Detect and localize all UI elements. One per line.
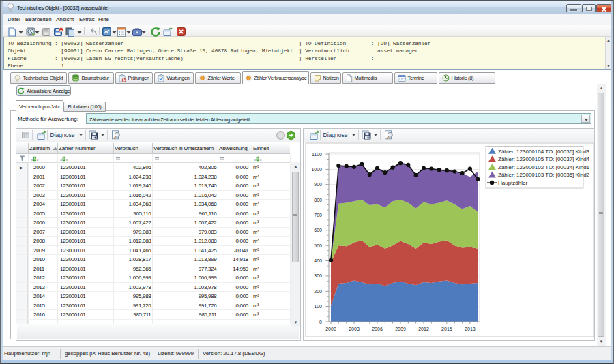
svg-text:Zähler: 123000103 TO: [00035]: Zähler: 123000103 TO: [00035] Kind2 [498,172,590,178]
svg-text:1000: 1000 [311,167,322,172]
svg-text:600: 600 [314,228,322,232]
svg-text:b: b [63,157,65,161]
svg-text:a: a [60,157,63,161]
svg-text:Zähler: 123000105 TO: [00037]: Zähler: 123000105 TO: [00037] Kind4 [498,156,590,162]
svg-text:a: a [254,157,257,161]
svg-text:500: 500 [314,243,322,248]
svg-text:Zähler: 123000104 TO: [00036]: Zähler: 123000104 TO: [00036] Kind3 [498,149,590,155]
svg-text:Zähler: 123000102 TO: [00034]: Zähler: 123000102 TO: [00034] Kind1 [498,164,590,170]
svg-text:0: 0 [319,320,322,324]
svg-text:b: b [257,157,259,161]
svg-text:800: 800 [314,198,322,202]
svg-text:b: b [34,157,36,161]
svg-text:2015: 2015 [441,327,452,331]
svg-text:400: 400 [314,258,322,263]
svg-text:1100: 1100 [312,152,322,157]
svg-text:Hauptzähler: Hauptzähler [498,180,527,186]
svg-text:2012: 2012 [418,327,429,331]
svg-text:200: 200 [314,289,322,294]
svg-text:700: 700 [314,213,322,217]
svg-text:300: 300 [314,273,322,278]
svg-text:2003: 2003 [349,327,360,331]
svg-text:2009: 2009 [395,327,406,331]
svg-text:a: a [31,157,33,161]
svg-text:900: 900 [314,182,322,187]
svg-text:c: c [37,157,39,161]
svg-text:c: c [260,157,262,161]
svg-text:2018: 2018 [465,327,476,331]
svg-text:2000: 2000 [325,327,336,331]
svg-text:100: 100 [314,304,322,309]
svg-text:c: c [66,157,68,161]
svg-text:2006: 2006 [372,327,383,331]
